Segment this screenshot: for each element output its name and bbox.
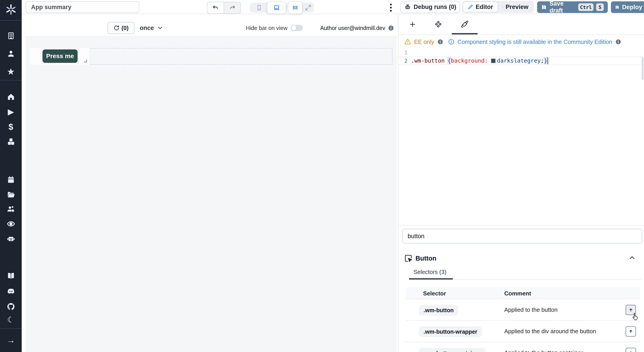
insert-selector-button[interactable] — [626, 305, 636, 315]
selectors-tab-underline — [409, 278, 453, 280]
selectors-table: Selector Comment .wm-button Applied to t… — [406, 287, 640, 352]
refresh-count: (0) — [122, 24, 128, 32]
pencil-icon — [468, 4, 474, 10]
table-row: .wm-button-wrapper Applied to the div ar… — [406, 321, 640, 342]
css-code-editor[interactable]: 1 2 .wm-button { background: darkslategr… — [398, 48, 644, 225]
text-cursor — [548, 58, 548, 64]
button-component-cell[interactable]: Press me — [30, 48, 89, 65]
expand-icon — [305, 4, 311, 11]
editor-label: Editor — [476, 4, 493, 10]
redo-button[interactable] — [224, 2, 240, 14]
folders-icon[interactable] — [0, 190, 22, 198]
semicolon-token: ; — [541, 58, 544, 64]
variables-dollar-icon[interactable]: $ — [0, 122, 22, 131]
canvas-background[interactable] — [26, 36, 397, 352]
save-draft-button[interactable]: Save draft Ctrl S — [537, 1, 608, 13]
tab-selectors[interactable]: Selectors (3) — [414, 268, 446, 276]
docs-book-icon[interactable] — [0, 272, 22, 280]
info-icon[interactable] — [388, 25, 394, 31]
groups-users-gear-icon[interactable] — [0, 205, 22, 213]
left-sidebar: ★ ▶ $ — [0, 0, 22, 352]
line-number: 2 — [398, 58, 411, 64]
chevron-down-icon — [157, 25, 163, 31]
workspace-building-icon[interactable] — [0, 32, 22, 40]
code-line-active[interactable]: 2 .wm-button { background: darkslategrey… — [398, 56, 644, 65]
run-mode-value: once — [140, 24, 154, 32]
kbd-s: S — [596, 3, 604, 11]
deploy-button[interactable]: Deploy — [611, 1, 644, 13]
windmill-logo — [0, 3, 22, 16]
component-search-input[interactable] — [402, 229, 642, 244]
runs-play-icon[interactable]: ▶ — [0, 108, 22, 116]
info-icon[interactable] — [616, 39, 621, 45]
app-canvas: (0) once Hide bar on view Author user@wi… — [22, 14, 398, 352]
github-icon[interactable] — [0, 302, 22, 311]
audit-eye-icon[interactable] — [0, 220, 22, 228]
grid-row[interactable]: Press me — [30, 48, 392, 65]
kbd-ctrl: Ctrl — [578, 3, 594, 11]
toggle-knob — [291, 26, 296, 30]
center-align-icon — [292, 4, 298, 11]
info-icon[interactable] — [438, 39, 443, 45]
undo-button[interactable] — [207, 2, 224, 14]
author-info: Author user@windmill.dev — [320, 22, 394, 34]
selector-comment: Applied to the button — [504, 306, 558, 313]
arrow-up-icon — [628, 307, 634, 313]
refresh-runs-button[interactable]: (0) — [108, 22, 134, 34]
column-header-selector: Selector — [423, 290, 446, 297]
selector-chip: .wm-button-wrapper — [419, 326, 482, 337]
tab-preview[interactable]: Preview — [498, 2, 533, 12]
panel-divider — [398, 225, 644, 226]
button-section-header[interactable]: Button — [398, 252, 644, 265]
alert-triangle-icon — [404, 38, 411, 45]
tab-components[interactable] — [433, 20, 443, 29]
collapse-section-button[interactable] — [628, 254, 636, 262]
workers-robot-icon[interactable] — [0, 234, 22, 243]
mobile-view-button[interactable] — [250, 3, 268, 12]
css-selector-token: .wm-button — [411, 58, 445, 64]
code-line[interactable]: 1 — [398, 48, 644, 56]
discord-icon[interactable] — [0, 287, 22, 296]
insert-selector-button[interactable] — [626, 326, 636, 336]
schedules-calendar-icon[interactable] — [0, 176, 22, 184]
resize-handle[interactable] — [84, 60, 87, 62]
styling-panel: EE only Component styling is still avail… — [398, 14, 644, 352]
selector-chip: .wm-button-container — [419, 348, 485, 352]
layout-toggle-group — [288, 3, 314, 12]
tab-styling[interactable] — [460, 20, 470, 29]
debug-runs-button[interactable]: Debug runs (0) — [400, 1, 460, 13]
selector-chip: .wm-button — [419, 305, 458, 316]
info-outline-icon — [448, 39, 454, 45]
press-me-button[interactable]: Press me — [42, 50, 78, 63]
editor-scrollbar[interactable] — [642, 57, 644, 80]
preview-eye-icon — [502, 4, 503, 10]
resources-cubes-icon[interactable] — [0, 138, 22, 146]
tab-editor[interactable]: Editor — [463, 2, 498, 12]
user-icon[interactable] — [0, 50, 22, 58]
top-bar: Debug runs (0) Editor Preview Save draft… — [22, 0, 644, 14]
hide-bar-label: Hide bar on view — [246, 22, 287, 34]
phone-icon — [256, 4, 262, 11]
dark-mode-moon-icon[interactable]: ☾ — [0, 316, 22, 324]
favorites-star-icon[interactable]: ★ — [0, 67, 22, 76]
table-row: .wm-button Applied to the button — [406, 299, 640, 321]
insert-selector-button[interactable] — [626, 348, 636, 352]
close-brace-token: } — [544, 58, 548, 64]
collapse-arrow-right-icon[interactable]: → — [0, 336, 22, 344]
save-floppy-icon — [541, 4, 547, 10]
tab-insert-component[interactable] — [408, 20, 418, 29]
center-canvas-button[interactable] — [288, 1, 302, 14]
arrow-up-icon — [628, 350, 634, 352]
hide-bar-toggle[interactable] — [291, 25, 303, 31]
author-label: Author user@windmill.dev — [320, 25, 385, 31]
refresh-icon — [113, 25, 120, 31]
home-icon[interactable] — [0, 93, 22, 101]
fullscreen-button[interactable] — [302, 3, 314, 12]
more-options-kebab-icon[interactable] — [388, 4, 393, 12]
desktop-view-button[interactable] — [267, 1, 286, 14]
section-title: Button — [416, 255, 436, 262]
plus-icon — [409, 20, 416, 28]
components-icon — [434, 20, 442, 28]
app-summary-input[interactable] — [26, 1, 139, 13]
run-mode-dropdown[interactable]: once — [140, 22, 163, 34]
